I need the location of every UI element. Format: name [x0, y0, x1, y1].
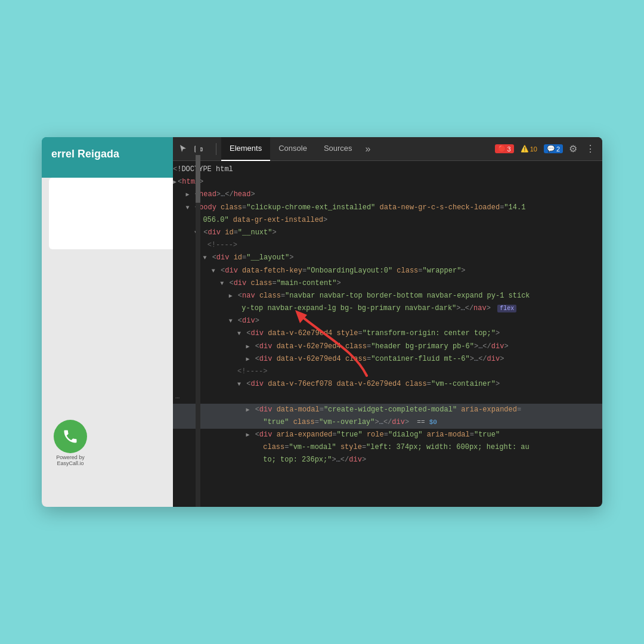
toolbar-right: 🔴 3 ⚠️ 10 💬 2 ⚙ ⋮ — [495, 143, 598, 154]
devtools-content[interactable]: <!DOCTYPE html ▶<html> ▶ <head>…</head> … — [173, 161, 602, 507]
html-line-doctype: <!DOCTYPE html — [173, 163, 602, 176]
html-line-nav[interactable]: ▶ <nav class="navbar navbar-top border-b… — [173, 290, 602, 302]
tab-elements-label: Elements — [230, 144, 262, 153]
html-line-vm-container[interactable]: ▼ <div data-v-76ecf078 data-v-62e79ed4 c… — [173, 378, 602, 391]
warning-badge[interactable]: ⚠️ 10 — [518, 144, 540, 153]
phone-icon — [62, 428, 79, 445]
html-line-html[interactable]: ▶<html> — [173, 176, 602, 188]
html-line-body[interactable]: ▼ <body class="clickup-chrome-ext_instal… — [173, 202, 602, 214]
devtools-toolbar: Elements Console Sources » 🔴 3 ⚠️ 10 — [173, 137, 602, 161]
screenshot-container: errel Reigada Powered by EasyCall.io — [42, 137, 602, 507]
tab-console[interactable]: Console — [270, 137, 315, 161]
tab-sources[interactable]: Sources — [315, 137, 361, 161]
warning-count: 10 — [530, 145, 537, 153]
html-line-modal2: class="vm--modal" style="left: 374px; wi… — [173, 441, 602, 454]
easycall-button[interactable] — [54, 420, 87, 453]
tab-more-chevron[interactable]: » — [361, 144, 376, 154]
warning-icon: ⚠️ — [521, 145, 529, 153]
html-line-modal1[interactable]: ▶ <div aria-expanded="true" role="dialog… — [173, 429, 602, 441]
tab-sources-label: Sources — [324, 144, 352, 153]
html-line-body-cont: 056.0" data-gr-ext-installed> — [173, 214, 602, 227]
error-badge[interactable]: 🔴 3 — [495, 144, 514, 153]
html-line-comment2: <!----> — [173, 366, 602, 378]
settings-icon[interactable]: ⚙ — [566, 143, 580, 154]
html-line-comment1: <!----> — [173, 239, 602, 252]
left-panel-card — [49, 178, 188, 249]
toolbar-separator — [216, 143, 216, 155]
scroll-indicator[interactable] — [196, 137, 200, 507]
info-badge[interactable]: 💬 2 — [544, 144, 563, 153]
user-name: errel Reigada — [51, 148, 119, 160]
html-line-wrapper[interactable]: ▼ <div data-fetch-key="OnboardingLayout:… — [173, 265, 602, 277]
info-count: 2 — [556, 145, 560, 153]
info-icon: 💬 — [547, 145, 555, 153]
html-line-layout[interactable]: ▼ <div id="__layout"> — [173, 252, 602, 264]
html-line-head[interactable]: ▶ <head>…</head> — [173, 188, 602, 201]
more-options-icon[interactable]: ⋮ — [583, 143, 597, 154]
html-line-main-content[interactable]: ▼ <div class="main-content"> — [173, 277, 602, 290]
cursor-icon[interactable] — [178, 144, 188, 154]
html-line-overlay2[interactable]: "true" class="vm--overlay">…</div> == $0 — [173, 416, 602, 429]
html-line-div1[interactable]: ▼ <div> — [173, 315, 602, 327]
tab-console-label: Console — [278, 144, 307, 153]
easycall-widget[interactable]: Powered by EasyCall.io — [54, 420, 87, 466]
html-line-overlay1[interactable]: ▶ <div data-modal="create-widget-complet… — [173, 404, 602, 416]
svg-rect-1 — [200, 148, 202, 151]
html-line-container[interactable]: ▶ <div data-v-62e79ed4 class="container-… — [173, 353, 602, 366]
error-icon: 🔴 — [498, 145, 506, 153]
devtools-panel: Elements Console Sources » 🔴 3 ⚠️ 10 — [173, 137, 602, 507]
scroll-thumb — [196, 155, 200, 203]
html-line-nav-cont: y-top navbar-expand-lg bg- bg-primary na… — [173, 302, 602, 315]
html-line-transform[interactable]: ▼ <div data-v-62e79ed4 style="transform-… — [173, 327, 602, 340]
html-line-modal3: to; top: 236px;">…</div> — [173, 454, 602, 466]
three-dots-indicator: … — [173, 391, 602, 403]
html-line-nuxt[interactable]: ▼ <div id="__nuxt"> — [173, 227, 602, 239]
html-line-header[interactable]: ▶ <div data-v-62e79ed4 class="header bg-… — [173, 340, 602, 353]
tab-elements[interactable]: Elements — [221, 137, 270, 161]
error-count: 3 — [507, 145, 511, 153]
easycall-powered-by: Powered by EasyCall.io — [56, 454, 85, 466]
